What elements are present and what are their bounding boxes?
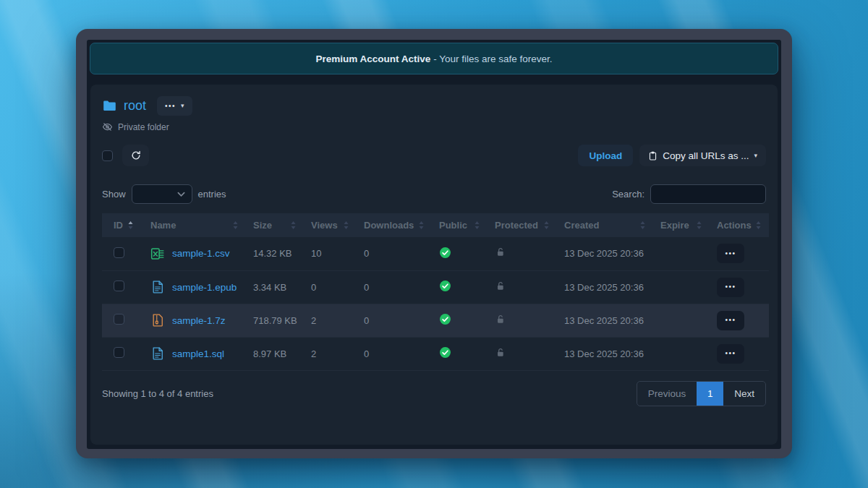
created-cell: 13 Dec 2025 20:36 [557, 304, 653, 337]
column-header-name[interactable]: Name [143, 213, 246, 237]
sort-icon [755, 221, 762, 230]
column-header-views[interactable]: Views [304, 213, 357, 237]
ellipsis-icon: ••• [725, 317, 736, 324]
sort-icon [543, 221, 550, 230]
file-link[interactable]: sample1.sql [172, 348, 224, 359]
downloads-cell: 0 [357, 270, 432, 304]
caret-down-icon: ▾ [181, 103, 184, 109]
row-checkbox[interactable] [114, 347, 124, 358]
downloads-cell: 0 [357, 304, 432, 337]
unlock-icon [495, 281, 506, 292]
sort-asc-icon [127, 221, 134, 230]
pagination: Previous 1 Next [637, 381, 766, 406]
folder-privacy: Private folder [102, 121, 766, 132]
select-all-checkbox[interactable] [102, 150, 113, 161]
created-cell: 13 Dec 2025 20:36 [557, 270, 653, 304]
public-check-icon [439, 247, 451, 259]
table-row: sample-1.csv 14.32 KB 10 0 13 Dec 2025 2… [102, 237, 769, 270]
downloads-cell: 0 [357, 337, 432, 370]
entries-label: entries [198, 189, 226, 200]
previous-page-button[interactable]: Previous [637, 382, 697, 406]
unlock-icon [495, 347, 506, 359]
row-actions-button[interactable]: ••• [717, 344, 744, 364]
file-link[interactable]: sample-1.epub [172, 282, 237, 293]
refresh-button[interactable] [122, 145, 149, 166]
premium-banner: Premium Account Active - Your files are … [90, 43, 778, 74]
column-header-downloads[interactable]: Downloads [357, 213, 432, 237]
column-header-id[interactable]: ID [102, 213, 143, 237]
entries-summary: Showing 1 to 4 of 4 entries [102, 388, 213, 399]
upload-button[interactable]: Upload [578, 145, 633, 166]
folder-name: root [124, 98, 146, 114]
public-check-icon [439, 280, 451, 292]
column-header-protected[interactable]: Protected [488, 213, 557, 237]
unlock-icon [495, 314, 506, 325]
column-header-public[interactable]: Public [432, 213, 488, 237]
banner-strong-text: Premium Account Active [315, 53, 430, 64]
unlock-icon [495, 247, 506, 258]
row-checkbox[interactable] [114, 314, 124, 325]
expire-cell [653, 237, 710, 270]
views-cell: 2 [304, 337, 357, 370]
expire-cell [653, 337, 710, 370]
sort-icon [639, 221, 646, 230]
views-cell: 2 [304, 304, 357, 337]
desktop-background: Premium Account Active - Your files are … [0, 0, 868, 488]
eye-off-icon [102, 121, 113, 132]
sort-icon [290, 221, 297, 230]
table-row: sample-1.epub 3.34 KB 0 0 13 Dec 2025 20… [102, 270, 769, 304]
sort-icon [232, 221, 239, 230]
app-screen: Premium Account Active - Your files are … [87, 40, 781, 449]
row-actions-button[interactable]: ••• [717, 311, 744, 330]
column-header-expire[interactable]: Expire [653, 213, 710, 237]
public-check-icon [439, 313, 451, 325]
created-cell: 13 Dec 2025 20:36 [557, 337, 653, 370]
created-cell: 13 Dec 2025 20:36 [557, 237, 653, 270]
ellipsis-icon: ••• [725, 283, 736, 291]
copy-urls-label: Copy all URLs as ... [663, 150, 749, 161]
file-link[interactable]: sample-1.csv [172, 248, 230, 259]
page-length-select[interactable] [132, 184, 192, 204]
column-header-size[interactable]: Size [246, 213, 304, 237]
expire-cell [653, 304, 710, 337]
banner-text: - Your files are safe forever. [433, 53, 552, 64]
row-actions-button[interactable]: ••• [717, 278, 744, 297]
expire-cell [653, 270, 710, 304]
toolbar: Upload Copy all URLs as ... ▾ [102, 145, 766, 166]
ellipsis-icon: ••• [725, 250, 736, 257]
refresh-icon [130, 150, 142, 161]
views-cell: 0 [304, 270, 357, 304]
current-page-button[interactable]: 1 [697, 382, 723, 406]
caret-down-icon: ▾ [754, 153, 757, 159]
file-link[interactable]: sample-1.7z [172, 315, 226, 326]
copy-urls-button[interactable]: Copy all URLs as ... ▾ [639, 145, 766, 166]
files-table: ID Name Size Views Downloads Public [102, 213, 769, 371]
views-cell: 10 [304, 237, 357, 270]
file-document-icon [150, 280, 165, 294]
file-manager-panel: root ••• ▾ Private folder [90, 85, 778, 445]
file-document-icon [150, 346, 165, 361]
table-controls: Show entries Search: [102, 184, 766, 204]
sort-icon [696, 221, 702, 230]
size-cell: 8.97 KB [246, 337, 304, 370]
folder-menu-button[interactable]: ••• ▾ [157, 96, 192, 116]
sort-icon [474, 221, 480, 230]
search-label: Search: [612, 189, 644, 200]
row-checkbox[interactable] [114, 247, 124, 258]
ellipsis-icon: ••• [725, 350, 736, 357]
size-cell: 718.79 KB [246, 304, 304, 337]
column-header-created[interactable]: Created [557, 213, 653, 237]
column-header-actions[interactable]: Actions [710, 213, 769, 237]
privacy-label: Private folder [118, 122, 169, 132]
ellipsis-icon: ••• [165, 103, 176, 110]
row-checkbox[interactable] [114, 281, 124, 291]
next-page-button[interactable]: Next [723, 382, 765, 406]
show-label: Show [102, 189, 126, 200]
sort-icon [418, 221, 425, 230]
row-actions-button[interactable]: ••• [717, 244, 744, 263]
size-cell: 14.32 KB [246, 237, 304, 270]
table-footer: Showing 1 to 4 of 4 entries Previous 1 N… [102, 381, 766, 406]
sort-icon [343, 221, 349, 230]
downloads-cell: 0 [357, 237, 432, 270]
search-input[interactable] [650, 184, 766, 204]
